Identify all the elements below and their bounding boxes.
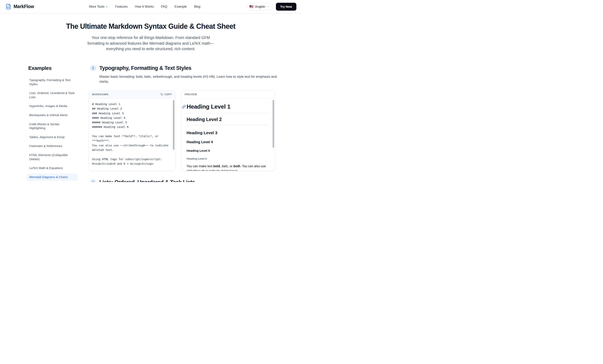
main-nav: More Tools Features How It Works FAQ Exa… [89,5,200,9]
markdown-label: MARKDOWN [92,93,108,96]
nav-example[interactable]: Example [174,5,187,9]
preview-content-area: Heading Level 1 Heading Level 2 Heading … [181,99,275,171]
example-cards: MARKDOWN COPY # Heading Level 1 ## Headi… [88,90,278,171]
sidebar-list: Typography, Formatting & Text Styles Lis… [27,77,78,181]
rendered-preview: Heading Level 1 Heading Level 2 Heading … [181,99,275,171]
sidebar-item-tables[interactable]: Tables, Alignment & Emoji [27,134,78,141]
brand[interactable]: MarkFlow [5,3,34,10]
try-now-button[interactable]: Try Now [276,3,296,11]
section-2-number-badge: 2 [90,179,96,182]
divider [187,125,269,125]
bold-sample: bold [213,165,220,168]
sidebar-item-lists[interactable]: Lists: Ordered, Unordered & Task Lists [27,89,78,101]
us-flag-icon [250,5,254,8]
language-label: English [255,5,265,8]
preview-h3: Heading Level 3 [187,131,269,135]
chevron-down-icon [267,5,270,8]
sidebar-heading: Examples [28,65,78,71]
main-content: 1 Typography, Formatting & Text Styles M… [88,65,278,182]
preview-h1: Heading Level 1 [187,103,269,110]
language-selector[interactable]: English [246,3,273,10]
section-2-title: Lists: Ordered, Unordered & Task Lists [99,179,195,182]
section-1-description: Master basic formatting: bold, italic, s… [99,74,278,84]
nav-more-tools[interactable]: More Tools [89,5,108,9]
bold-italic-sample: both [233,165,240,168]
preview-card-header: PREVIEW [181,91,275,99]
preview-h5: Heading Level 5 [187,149,269,153]
markdown-card-header: MARKDOWN COPY [89,91,175,99]
preview-label: PREVIEW [185,93,197,96]
sidebar-item-mermaid-active[interactable]: Mermaid Diagrams & Charts [27,174,78,181]
preview-scrollbar-thumb[interactable] [273,100,274,148]
italic-sample: italic [222,165,228,168]
examples-sidebar: Examples Typography, Formatting & Text S… [23,65,78,182]
brand-name: MarkFlow [14,4,34,9]
sidebar-item-code-blocks[interactable]: Code Blocks & Syntax Highlighting [27,121,78,132]
sidebar-item-typography[interactable]: Typography, Formatting & Text Styles [27,77,78,88]
content-layout: Examples Typography, Formatting & Text S… [23,65,278,182]
nav-features[interactable]: Features [115,5,128,9]
copy-button[interactable]: COPY [161,93,172,96]
markdown-card: MARKDOWN COPY # Heading Level 1 ## Headi… [88,90,175,171]
section-1-number-badge: 1 [90,65,96,71]
sidebar-item-blockquotes[interactable]: Blockquotes & GitHub Alerts [27,111,78,119]
preview-h6: Heading Level 6 [187,157,269,160]
sidebar-item-html-elements[interactable]: HTML Elements (Collapsible Details) [27,152,78,163]
sidebar-item-footnotes[interactable]: Footnotes & References [27,143,78,150]
section-1-title: Typography, Formatting & Text Styles [99,65,191,71]
preview-card: PREVIEW Heading Level 1 [181,90,275,171]
sidebar-item-hyperlinks[interactable]: Hyperlinks, Images & Media [27,102,78,110]
section-1-header: 1 Typography, Formatting & Text Styles [90,65,278,71]
strikethrough-sample: strikethrough [187,169,205,171]
markdown-scrollbar-thumb[interactable] [173,100,174,150]
hero: The Ultimate Markdown Syntax Guide & Che… [0,22,302,52]
header-controls: English Try Now [246,3,297,11]
nav-blog[interactable]: Blog [194,5,200,9]
section-2-header: 2 Lists: Ordered, Unordered & Task Lists [90,179,278,182]
sidebar-item-latex[interactable]: LaTeX Math & Equations [27,165,78,172]
preview-paragraph: You can make text bold, italic, or both.… [187,164,269,171]
nav-faq[interactable]: FAQ [161,5,167,9]
preview-h4: Heading Level 4 [187,140,269,144]
link-anchor-icon[interactable] [182,105,186,109]
markdown-code[interactable]: # Heading Level 1 ## Heading Level 2 ###… [89,99,175,169]
page-title: The Ultimate Markdown Syntax Guide & Che… [0,22,302,31]
copy-label: COPY [165,93,172,96]
divider [187,113,269,113]
markdown-code-area: # Heading Level 1 ## Heading Level 2 ###… [89,99,175,171]
copy-icon [161,93,163,96]
file-code-logo-icon [5,3,12,10]
page-subtitle: Your one-stop reference for all things M… [84,35,218,52]
header: MarkFlow More Tools Features How It Work… [0,0,302,13]
preview-h2: Heading Level 2 [187,117,269,122]
chevron-down-icon [105,6,108,8]
nav-how-it-works[interactable]: How It Works [135,5,154,9]
